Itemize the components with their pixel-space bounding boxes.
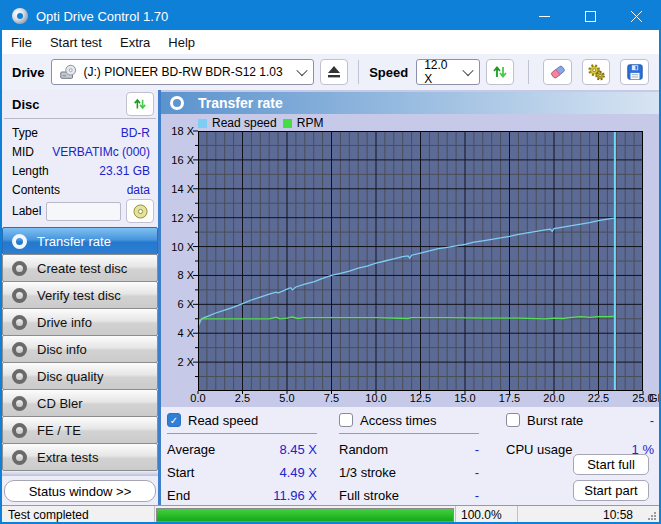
sidebar-item-label: Disc info — [37, 342, 87, 357]
eject-icon — [327, 66, 341, 78]
x-axis-unit: GB — [649, 392, 659, 404]
cd-icon — [12, 261, 27, 276]
window-title: Opti Drive Control 1.70 — [36, 9, 168, 24]
sidebar-item-drive-info[interactable]: Drive info — [2, 308, 158, 336]
window-controls — [521, 2, 659, 30]
cd-icon — [12, 423, 27, 438]
x-tick-label: 10.0 — [365, 392, 386, 404]
cd-icon — [12, 396, 27, 411]
read-speed-stat-label: Average — [167, 442, 215, 457]
legend-label: RPM — [297, 116, 324, 130]
x-tick-label: 15.0 — [454, 392, 475, 404]
read-speed-stat-row: Start4.49 X — [167, 464, 317, 480]
read-speed-stat-value: 4.49 X — [279, 465, 317, 480]
menu-start-test[interactable]: Start test — [41, 30, 111, 54]
drive-select[interactable]: (J:) PIONEER BD-RW BDR-S12 1.03 — [51, 59, 314, 85]
legend-item: RPM — [283, 116, 324, 130]
sidebar-item-disc-info[interactable]: Disc info — [2, 335, 158, 363]
disc-row-label: MID — [12, 145, 34, 159]
start-full-button[interactable]: Start full — [573, 454, 649, 475]
sidebar-item-disc-quality[interactable]: Disc quality — [2, 362, 158, 390]
settings-button[interactable] — [582, 59, 611, 85]
read-speed-stat-value: 11.96 X — [273, 488, 317, 503]
x-tick-label: 5.0 — [279, 392, 294, 404]
speed-select[interactable]: 12.0 X — [416, 59, 480, 85]
y-tick-label: 18 X — [161, 125, 194, 137]
disc-label-input[interactable] — [46, 202, 121, 221]
minimize-button[interactable] — [521, 2, 567, 30]
sidebar-item-transfer-rate[interactable]: Transfer rate — [2, 227, 158, 255]
save-icon — [626, 63, 644, 81]
menu-help[interactable]: Help — [159, 30, 204, 54]
refresh-arrows-icon — [133, 97, 147, 111]
disc-section-header: Disc — [2, 90, 158, 118]
sidebar-item-extra-tests[interactable]: Extra tests — [2, 443, 158, 471]
speed-value: 12.0 X — [424, 58, 457, 86]
erase-button[interactable] — [543, 59, 572, 85]
burst-rate-column: Burst rate - CPU usage 1 % Start full St… — [506, 407, 654, 505]
sidebar-item-create-test-disc[interactable]: Create test disc — [2, 254, 158, 282]
toolbar-separator — [528, 60, 529, 84]
start-part-button[interactable]: Start part — [573, 480, 649, 501]
status-time: 10:58 — [518, 506, 647, 523]
eject-button[interactable] — [320, 59, 349, 85]
eraser-icon — [548, 63, 568, 81]
speed-label: Speed — [369, 65, 408, 80]
access-times-checkbox[interactable] — [339, 413, 353, 427]
close-button[interactable] — [613, 2, 659, 30]
disc-row-label: Type — [12, 126, 38, 140]
cd-icon — [12, 288, 27, 303]
refresh-button[interactable] — [486, 59, 515, 85]
legend-item: Read speed — [198, 116, 277, 130]
access-time-stat-value: - — [475, 442, 479, 457]
chart-legend: Read speedRPM — [198, 116, 323, 130]
sidebar-item-verify-test-disc[interactable]: Verify test disc — [2, 281, 158, 309]
sidebar-item-label: Extra tests — [37, 450, 98, 465]
read-speed-checkbox[interactable]: ✓ — [167, 413, 181, 427]
status-text: Test completed — [2, 506, 155, 523]
access-time-stat-row: 1/3 stroke- — [339, 464, 479, 480]
disc-label-button[interactable] — [126, 199, 154, 223]
cpu-usage-label: CPU usage — [506, 442, 572, 457]
save-button[interactable] — [620, 59, 649, 85]
divider — [339, 433, 479, 434]
read-speed-checkbox-label: Read speed — [188, 413, 258, 428]
drive-label: Drive — [12, 65, 45, 80]
title-bar: Opti Drive Control 1.70 — [2, 2, 659, 30]
chart-plot — [161, 131, 659, 407]
menu-extra[interactable]: Extra — [111, 30, 159, 54]
app-window: Opti Drive Control 1.70 FileStart testEx… — [0, 0, 661, 524]
access-time-stat-row: Random- — [339, 441, 479, 457]
read-speed-stat-row: End11.96 X — [167, 487, 317, 503]
burst-rate-checkbox[interactable] — [506, 413, 520, 427]
legend-label: Read speed — [212, 116, 277, 130]
menu-file[interactable]: File — [2, 30, 41, 54]
access-time-stat-label: Full stroke — [339, 488, 399, 503]
gears-icon — [586, 62, 606, 82]
transfer-rate-chart: 18 X16 X14 X12 X10 X8 X6 X4 X2 X 0.02.55… — [161, 131, 659, 407]
cd-icon — [133, 204, 148, 219]
y-tick-label: 12 X — [161, 212, 194, 224]
sidebar-item-cd-bler[interactable]: CD Bler — [2, 389, 158, 417]
sidebar-item-label: Transfer rate — [37, 234, 111, 249]
status-bar: Test completed 100.0% 10:58 — [2, 505, 659, 523]
status-window-button[interactable]: Status window >> — [4, 480, 156, 502]
disc-header-label: Disc — [12, 97, 126, 112]
disc-info-row: MIDVERBATIMc (000) — [12, 142, 150, 161]
legend-swatch — [283, 119, 292, 128]
disc-info-row: Length23.31 GB — [12, 161, 150, 180]
sidebar-spacer — [2, 471, 158, 476]
y-tick-label: 6 X — [161, 298, 194, 310]
maximize-button[interactable] — [567, 2, 613, 30]
access-time-stat-value: - — [475, 465, 479, 480]
transfer-rate-header: Transfer rate — [161, 92, 659, 114]
x-tick-label: 0.0 — [190, 392, 205, 404]
x-tick-label: 20.0 — [543, 392, 564, 404]
disc-refresh-button[interactable] — [126, 92, 154, 116]
sidebar-item-label: CD Bler — [37, 396, 83, 411]
disc-row-value: 23.31 GB — [99, 164, 150, 178]
toolbar: Drive (J:) PIONEER BD-RW BDR-S12 1.03 Sp… — [2, 54, 659, 90]
sidebar-item-fe-te[interactable]: FE / TE — [2, 416, 158, 444]
cd-icon — [12, 342, 27, 357]
resize-grip[interactable] — [647, 506, 659, 523]
